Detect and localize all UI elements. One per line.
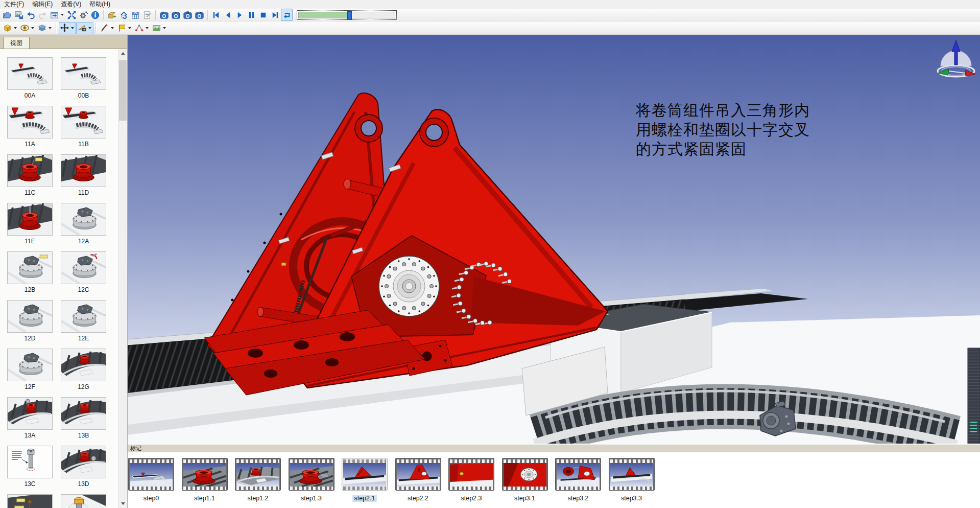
3d-scene[interactable]	[128, 35, 980, 444]
film-sprocket-bottom	[504, 487, 546, 490]
export-image-icon	[14, 10, 24, 20]
layers-button[interactable]	[36, 22, 54, 34]
menu-edit[interactable]: 编辑(E)	[28, 0, 57, 9]
dropdown-arrow-icon[interactable]	[109, 23, 115, 33]
settings-button[interactable]	[78, 9, 89, 21]
view-thumbnail-12E[interactable]	[61, 300, 106, 333]
marker-play-button[interactable]	[170, 9, 182, 21]
dropdown-arrow-icon[interactable]	[144, 23, 150, 33]
anim-play-button[interactable]	[234, 9, 246, 21]
gear-flange[interactable]	[379, 256, 439, 316]
scene-image-button[interactable]	[151, 22, 168, 34]
scrollbar-thumb[interactable]	[119, 60, 127, 121]
view-thumbnail-12D[interactable]	[7, 300, 53, 333]
dropdown-arrow-icon[interactable]	[59, 10, 65, 20]
view-thumbnail-11A[interactable]	[7, 106, 53, 138]
animation-timeline[interactable]	[297, 10, 397, 20]
move-part-button[interactable]	[59, 22, 76, 34]
menu-file[interactable]: 文件(F)	[0, 0, 28, 9]
draw-line-button[interactable]	[99, 22, 116, 34]
notes-button[interactable]	[141, 9, 153, 21]
step-preview-image	[450, 463, 493, 487]
view-thumbnail-00A[interactable]	[7, 57, 53, 90]
timeline-handle[interactable]	[347, 11, 352, 20]
open-file-button[interactable]	[2, 9, 13, 21]
callout-button[interactable]	[116, 22, 133, 34]
marker-stop-button[interactable]	[182, 9, 194, 21]
view-thumbnail-13B[interactable]	[61, 397, 106, 430]
timeline-track[interactable]	[298, 12, 395, 18]
extract-cube-icon	[3, 23, 12, 33]
info-button[interactable]	[89, 9, 101, 21]
filmstrip-frame	[609, 458, 655, 491]
view-thumbnail-13D[interactable]	[61, 446, 106, 478]
view-thumbnail-13A[interactable]	[7, 397, 53, 430]
step-thumbnail-step3.1[interactable]: step3.1	[502, 458, 548, 502]
step-thumbnail-step2.1[interactable]: step2.1	[342, 458, 388, 502]
view-thumbnail-11D[interactable]	[61, 154, 106, 187]
views-scrollbar[interactable]	[118, 49, 127, 508]
redo-button[interactable]	[37, 9, 49, 21]
dropdown-arrow-icon[interactable]	[30, 23, 35, 33]
marker-next-button[interactable]	[194, 9, 205, 21]
filmstrip-frame	[182, 458, 228, 491]
import-window-button[interactable]	[49, 9, 66, 21]
view-label: 11A	[7, 141, 53, 148]
step-thumbnail-step1.3[interactable]: step1.3	[289, 458, 334, 502]
view-thumbnail-13C[interactable]	[7, 446, 53, 478]
measure-button[interactable]	[133, 22, 151, 34]
anim-loop-button[interactable]	[281, 9, 293, 21]
view-thumbnail-12C[interactable]	[61, 251, 106, 284]
view-thumbnail-12A[interactable]	[61, 203, 106, 236]
view-thumbnail-12B[interactable]	[7, 251, 53, 284]
dropdown-arrow-icon[interactable]	[127, 23, 132, 33]
step-thumbnail-step2.3[interactable]: step2.3	[448, 458, 494, 502]
dropdown-arrow-icon[interactable]	[161, 23, 167, 33]
view-thumbnail-12G[interactable]	[61, 349, 106, 381]
step-thumbnail-step1.1[interactable]: step1.1	[182, 458, 228, 502]
view-thumbnail-12F[interactable]	[7, 349, 53, 381]
nav-first-icon	[211, 10, 221, 20]
view-thumbnail-11E[interactable]	[7, 203, 53, 236]
step-thumbnail-step0[interactable]: step0	[128, 458, 174, 502]
menu-view[interactable]: 查看(V)	[57, 0, 85, 9]
marks-panel-header[interactable]: 标记	[128, 445, 980, 452]
visibility-button[interactable]	[19, 22, 36, 34]
anim-prev-button[interactable]	[222, 9, 234, 21]
dropdown-arrow-icon[interactable]	[69, 23, 75, 33]
menu-help[interactable]: 帮助(H)	[85, 0, 114, 9]
undo-button[interactable]	[25, 9, 37, 21]
step-thumbnail-step1.2[interactable]: step1.2	[235, 458, 281, 502]
bom-table-button[interactable]: BOM	[130, 9, 141, 21]
dropdown-arrow-icon[interactable]	[47, 23, 53, 33]
nav-next-icon	[270, 10, 280, 20]
view-thumbnail-11B[interactable]	[61, 106, 106, 138]
fit-view-button[interactable]	[66, 9, 78, 21]
step-thumbnail-step2.2[interactable]: step2.2	[395, 458, 441, 502]
dropdown-arrow-icon[interactable]	[12, 23, 18, 33]
step-label: step2.3	[448, 495, 494, 502]
view-thumbnail-11C[interactable]	[7, 154, 53, 187]
update-package-button[interactable]	[106, 9, 118, 21]
export-image-button[interactable]	[13, 9, 25, 21]
extract-part-button[interactable]	[2, 22, 19, 34]
step-thumbnail-step3.2[interactable]: step3.2	[555, 458, 601, 502]
anim-next-button[interactable]	[269, 9, 281, 21]
anim-stop-button[interactable]	[257, 9, 269, 21]
marker-first-button[interactable]	[158, 9, 170, 21]
view-thumbnail[interactable]	[7, 494, 53, 508]
anim-first-button[interactable]	[210, 9, 222, 21]
reset-home-button[interactable]	[118, 9, 130, 21]
3d-viewport[interactable]: 将卷筒组件吊入三角形内 用螺栓和垫圈以十字交叉 的方式紧固紧固	[128, 35, 980, 444]
step-thumbnail-step3.3[interactable]: step3.3	[609, 458, 655, 502]
view-thumbnail-00B[interactable]	[61, 57, 106, 90]
tab-views[interactable]: 视图	[3, 37, 30, 49]
view-thumbnail[interactable]	[61, 494, 106, 508]
view-label: 13D	[61, 480, 106, 488]
dropdown-arrow-icon[interactable]	[87, 23, 92, 33]
anim-pause-button[interactable]	[246, 9, 257, 21]
scroll-up-icon[interactable]	[118, 49, 127, 58]
scroll-down-icon[interactable]	[118, 499, 127, 508]
camera-view-button[interactable]	[76, 22, 93, 34]
step-preview-image	[397, 463, 440, 487]
